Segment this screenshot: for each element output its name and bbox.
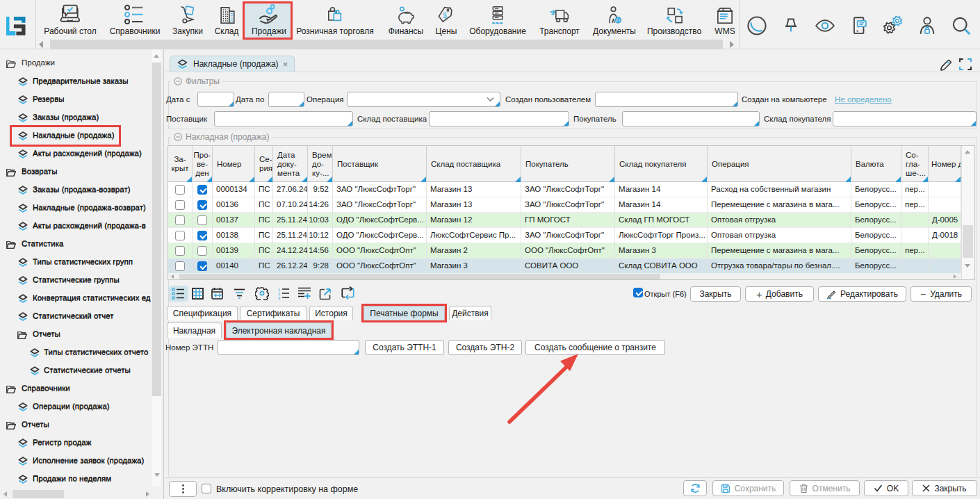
svg-text:$: $ [443,12,447,19]
svg-text:3: 3 [278,296,281,300]
